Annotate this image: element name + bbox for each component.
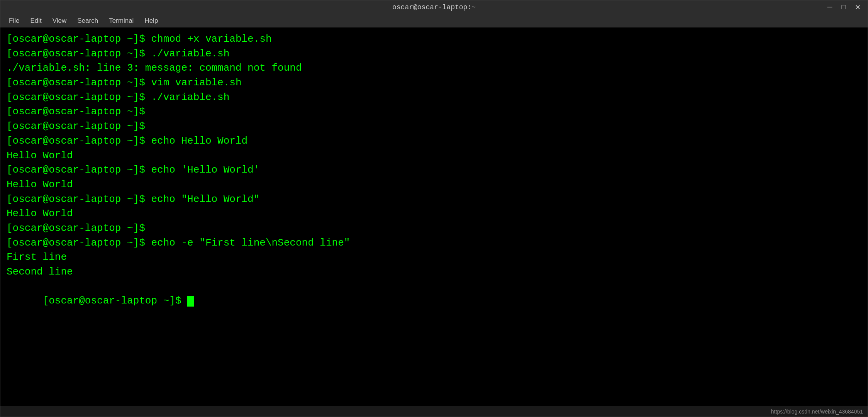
terminal-line: [oscar@oscar-laptop ~]$ vim variable.sh xyxy=(7,76,861,90)
menu-search[interactable]: Search xyxy=(72,15,103,26)
terminal-line: [oscar@oscar-laptop ~]$ echo Hello World xyxy=(7,134,861,149)
terminal-window: oscar@oscar-laptop:~ ─ □ ✕ File Edit Vie… xyxy=(0,0,868,417)
terminal-output: Hello World xyxy=(7,178,861,192)
terminal-output: Second line xyxy=(7,265,861,280)
menu-help[interactable]: Help xyxy=(139,15,163,26)
menu-terminal[interactable]: Terminal xyxy=(103,15,139,26)
terminal-line: [oscar@oscar-laptop ~]$ echo "Hello Worl… xyxy=(7,192,861,207)
close-button[interactable]: ✕ xyxy=(852,2,863,13)
window-controls: ─ □ ✕ xyxy=(824,2,863,13)
terminal-line: ./variable.sh: line 3: message: command … xyxy=(7,61,861,76)
title-bar: oscar@oscar-laptop:~ ─ □ ✕ xyxy=(0,0,868,14)
terminal-body[interactable]: [oscar@oscar-laptop ~]$ chmod +x variabl… xyxy=(0,27,868,406)
terminal-current-line[interactable]: [oscar@oscar-laptop ~]$ xyxy=(7,280,861,323)
terminal-line: [oscar@oscar-laptop ~]$ ./variable.sh xyxy=(7,47,861,61)
terminal-line: [oscar@oscar-laptop ~]$ ./variable.sh xyxy=(7,90,861,105)
terminal-cursor xyxy=(187,296,194,307)
terminal-output: First line xyxy=(7,250,861,265)
status-bar-text: https://blog.csdn.net/weixin_43684051 xyxy=(771,409,863,415)
terminal-output: Hello World xyxy=(7,149,861,163)
terminal-line: [oscar@oscar-laptop ~]$ xyxy=(7,221,861,236)
prompt-text: [oscar@oscar-laptop ~]$ xyxy=(43,295,187,307)
terminal-line: [oscar@oscar-laptop ~]$ echo -e "First l… xyxy=(7,236,861,251)
status-bar: https://blog.csdn.net/weixin_43684051 xyxy=(0,406,868,417)
maximize-button[interactable]: □ xyxy=(838,2,849,13)
window-title: oscar@oscar-laptop:~ xyxy=(392,3,476,11)
terminal-line: [oscar@oscar-laptop ~]$ chmod +x variabl… xyxy=(7,32,861,47)
menu-bar: File Edit View Search Terminal Help xyxy=(0,14,868,27)
terminal-line: [oscar@oscar-laptop ~]$ echo 'Hello Worl… xyxy=(7,163,861,178)
minimize-button[interactable]: ─ xyxy=(824,2,835,13)
terminal-output: Hello World xyxy=(7,207,861,221)
menu-edit[interactable]: Edit xyxy=(25,15,47,26)
terminal-line: [oscar@oscar-laptop ~]$ xyxy=(7,105,861,119)
menu-view[interactable]: View xyxy=(47,15,72,26)
menu-file[interactable]: File xyxy=(3,15,25,26)
terminal-line: [oscar@oscar-laptop ~]$ xyxy=(7,119,861,134)
